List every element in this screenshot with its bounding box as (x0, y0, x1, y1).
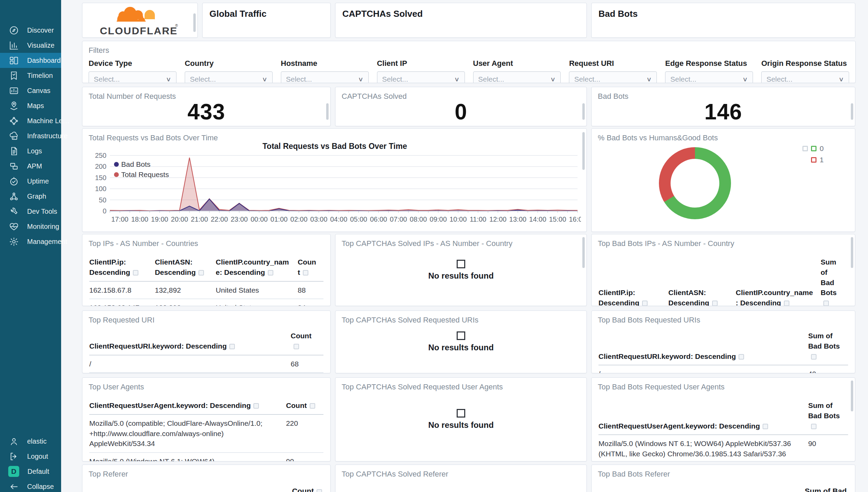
panel-scrollbar[interactable] (582, 103, 585, 119)
sort-icon[interactable] (811, 354, 816, 360)
sidebar-item-discover[interactable]: Discover (0, 23, 61, 38)
select-placeholder: Select... (286, 75, 312, 83)
sidebar-item-user[interactable]: elastic (0, 434, 61, 449)
sort-icon[interactable] (229, 344, 235, 349)
sidebar-item-canvas[interactable]: Canvas (0, 83, 61, 98)
panel-scrollbar[interactable] (851, 237, 853, 268)
column-header[interactable]: ClientRequestURI.keyword: Descending (89, 341, 291, 351)
sidebar-item-space-default[interactable]: D Default (0, 464, 61, 479)
user-agent-select[interactable]: Select...∨ (473, 71, 561, 83)
sort-icon[interactable] (739, 354, 744, 360)
filter-hostname: Hostname Select...∨ (281, 59, 369, 83)
svg-text:15:00: 15:00 (549, 215, 566, 223)
panel-scrollbar[interactable] (851, 380, 853, 411)
svg-text:12:00: 12:00 (489, 215, 506, 223)
edge-response-status-select[interactable]: Select...∨ (665, 71, 753, 83)
column-header[interactable]: Sum of Bad Bots (808, 331, 848, 361)
sidebar-item-label: Discover (27, 26, 54, 34)
sidebar-item-timelion[interactable]: Timelion (0, 68, 61, 83)
sort-icon[interactable] (268, 270, 273, 276)
column-header[interactable]: ClientIP.country_name: Descending (216, 257, 298, 278)
origin-response-status-select[interactable]: Select...∨ (761, 71, 849, 83)
sidebar-item-visualize[interactable]: Visualize (0, 38, 61, 53)
sort-icon[interactable] (811, 424, 816, 429)
donut-legend-row-0[interactable]: 0 (783, 144, 824, 153)
legend-item-bad-bots[interactable]: Bad Bots (114, 160, 169, 168)
chevron-down-icon: ∨ (166, 76, 171, 82)
filter-label: Request URI (569, 59, 657, 68)
captchas-solved-header-panel: CAPTCHAs Solved (335, 3, 587, 38)
machine-learning-icon (9, 116, 19, 126)
sort-icon[interactable] (642, 301, 648, 306)
legend-item-total-requests[interactable]: Total Requests (114, 171, 169, 179)
sidebar-item-machine-learning[interactable]: Machine Le… (0, 113, 61, 128)
country-select[interactable]: Select...∨ (185, 71, 273, 83)
sort-icon[interactable] (317, 489, 322, 492)
donut-legend-row-1[interactable]: 1 (783, 156, 824, 164)
select-placeholder: Select... (94, 75, 120, 83)
sort-icon[interactable] (294, 344, 299, 349)
device-type-select[interactable]: Select...∨ (89, 71, 176, 83)
sidebar-item-maps[interactable]: Maps (0, 98, 61, 113)
sidebar-item-management[interactable]: Management (0, 234, 61, 249)
column-header[interactable]: Sum of Bad Bots (821, 257, 848, 306)
column-header[interactable]: ClientIP.ip: Descending (598, 288, 669, 306)
filter-edge-response-status: Edge Response Status Select...∨ (665, 59, 753, 83)
sidebar-item-dashboard[interactable]: Dashboard (0, 53, 61, 68)
column-header[interactable]: ClientRequestUserAgent.keyword: Descendi… (89, 400, 286, 411)
table-cell: 132,892 (155, 303, 216, 306)
sort-icon[interactable] (823, 301, 829, 306)
column-header[interactable]: ClientIP.country_name: Descending (736, 288, 821, 306)
top-user-agents-table: ClientRequestUserAgent.keyword: Descendi… (82, 400, 330, 461)
donut-chart[interactable] (659, 147, 731, 219)
sidebar-item-uptime[interactable]: Uptime (0, 174, 61, 189)
table-cell: Mozilla/5.0 (Windows NT 6.1; WOW64) Appl… (89, 456, 286, 461)
sort-icon[interactable] (712, 301, 718, 306)
panel-scrollbar[interactable] (326, 103, 329, 119)
empty-state: No results found (335, 378, 586, 461)
panel-scrollbar[interactable] (193, 13, 196, 32)
sort-icon[interactable] (763, 424, 768, 429)
sort-icon[interactable] (198, 270, 204, 276)
table-row: /68 (89, 355, 323, 373)
empty-message: No results found (428, 271, 494, 281)
panel-scrollbar[interactable] (851, 103, 853, 119)
column-header[interactable]: Count (292, 487, 314, 492)
client-ip-select[interactable]: Select...∨ (377, 71, 465, 83)
column-header[interactable]: ClientRequestURI.keyword: Descending (598, 351, 808, 362)
sort-icon[interactable] (133, 270, 138, 276)
sort-icon[interactable] (253, 403, 259, 409)
table-header-row: ClientIP.ip: DescendingClientASN: Descen… (598, 257, 848, 306)
sidebar-item-infrastructure[interactable]: Infrastructure (0, 128, 61, 143)
table-cell: 162.158.67.8 (89, 285, 155, 295)
column-header[interactable]: ClientIP.ip: Descending (89, 257, 155, 278)
svg-text:04:00: 04:00 (330, 215, 347, 223)
sort-icon[interactable] (303, 270, 308, 276)
sidebar-item-monitoring[interactable]: Monitoring (0, 219, 61, 234)
panel-scrollbar[interactable] (582, 132, 585, 170)
sort-icon[interactable] (784, 301, 789, 306)
hostname-select[interactable]: Select...∨ (281, 71, 369, 83)
sidebar-item-apm[interactable]: APM (0, 159, 61, 174)
sidebar-item-graph[interactable]: Graph (0, 189, 61, 204)
column-header[interactable]: Count (291, 331, 323, 351)
column-header[interactable]: Sum of Bad (805, 487, 847, 492)
request-uri-select[interactable]: Select...∨ (569, 71, 657, 83)
column-header[interactable]: Sum of Bad Bots (808, 400, 848, 431)
column-header[interactable]: Count (286, 400, 323, 411)
column-header[interactable]: Count (298, 257, 323, 278)
column-header[interactable]: ClientASN: Descending (155, 257, 216, 278)
column-header[interactable]: ClientASN: Descending (669, 288, 736, 306)
select-placeholder: Select... (670, 75, 696, 83)
table-header-row: ClientIP.ip: DescendingClientASN: Descen… (89, 257, 323, 282)
sidebar-item-dev-tools[interactable]: Dev Tools (0, 204, 61, 219)
sort-icon[interactable] (310, 403, 315, 409)
sidebar-item-collapse[interactable]: Collapse (0, 479, 61, 492)
sidebar-item-label: elastic (27, 437, 47, 445)
sidebar-item-logout[interactable]: Logout (0, 449, 61, 464)
select-placeholder: Select... (190, 75, 216, 83)
panel-scrollbar[interactable] (582, 237, 585, 268)
column-header[interactable]: ClientRequestUserAgent.keyword: Descendi… (598, 421, 808, 431)
sidebar-item-logs[interactable]: Logs (0, 143, 61, 159)
legend-dot-icon (114, 162, 119, 167)
